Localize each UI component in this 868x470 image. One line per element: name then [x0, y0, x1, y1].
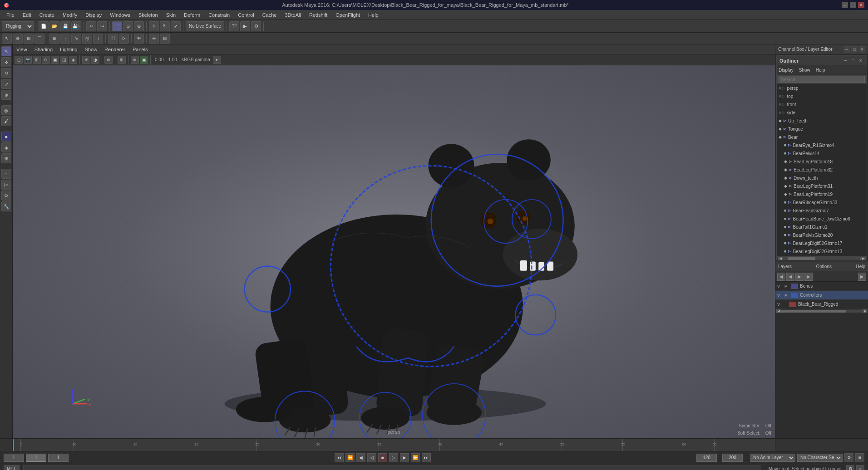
menu-edit[interactable]: Edit [19, 11, 35, 19]
snap-normal-btn[interactable]: ⊤ [93, 34, 103, 44]
outliner-item-bear-eye[interactable]: ■ ⊳ BearEye_R1Gizmo4 [777, 141, 867, 149]
outliner-search-input[interactable] [779, 76, 865, 83]
menu-cache[interactable]: Cache [259, 11, 281, 19]
cb-pin-btn[interactable]: ─ [843, 46, 850, 53]
input-ops-btn[interactable]: ⊳ [119, 34, 129, 44]
menu-display[interactable]: Display [82, 11, 105, 19]
vp-wire-shade-btn[interactable]: ◫ [60, 56, 68, 64]
menu-windows[interactable]: Windows [106, 11, 134, 19]
layers-menu-layers[interactable]: Layers [778, 264, 792, 269]
frame-all-btn[interactable]: ⊟ [160, 34, 170, 44]
outliner-btn[interactable]: ≡ [1, 169, 11, 179]
cb-float-btn[interactable]: □ [851, 46, 858, 53]
outliner-item-tongue[interactable]: ◆ ⊳ Tongue [777, 125, 867, 133]
outliner-item-digit32[interactable]: ■ ⊳ BearLegDigit32Gizmo13 [777, 247, 867, 255]
colorspace-dropdown-btn[interactable]: ▾ [213, 56, 221, 64]
outliner-item-persp[interactable]: ■ ▷ persp [777, 84, 867, 92]
layers-scroll-right[interactable]: ▶ [795, 273, 804, 281]
cb-close-btn[interactable]: ✕ [859, 46, 865, 53]
rotate-tool-left[interactable]: ↻ [1, 68, 11, 78]
outliner-item-side[interactable]: ■ ▷ side [777, 108, 867, 117]
outliner-close[interactable]: ✕ [858, 58, 864, 63]
rotate-tool-btn[interactable]: ↻ [160, 21, 170, 31]
save-scene-btn[interactable]: 💾 [60, 21, 70, 31]
move-tool-btn[interactable]: ✛ [149, 21, 159, 31]
outliner-menu-show[interactable]: Show [799, 68, 810, 73]
lasso-btn[interactable]: ⊙ [123, 21, 133, 31]
menu-modify[interactable]: Modify [59, 11, 81, 19]
menu-skin[interactable]: Skin [163, 11, 179, 19]
layers-menu-options[interactable]: Options [816, 264, 831, 269]
outliner-item-bear-pelvisgizmo[interactable]: ■ ⊳ BearPelvisGizmo20 [777, 231, 867, 239]
menu-3dtoall[interactable]: 3DtoAll [281, 11, 304, 19]
grid-btn[interactable]: ⊞ [49, 34, 59, 44]
hist-btn[interactable]: H [108, 34, 118, 44]
channel-box-btn[interactable]: |≡ [1, 180, 11, 190]
outliner-item-bear-leg-plat32[interactable]: ◆ ⊳ BearLegPlatform32 [777, 166, 867, 174]
maximize-button[interactable]: □ [850, 2, 856, 8]
outliner-item-bear-ribcage[interactable]: ■ ⊳ BearRibcageGizmo33 [777, 198, 867, 206]
tool-settings-btn[interactable]: 🔧 [1, 201, 11, 211]
redo-btn[interactable]: ↪ [97, 21, 107, 31]
vp-tex-btn[interactable]: ◈ [69, 56, 77, 64]
sel-region-btn[interactable]: ⊞ [24, 34, 34, 44]
menu-constrain[interactable]: Constrain [205, 11, 233, 19]
soft-mod-btn[interactable]: ◎ [1, 105, 11, 115]
paint-sel-btn[interactable]: ⊕ [134, 21, 144, 31]
move-tool-left[interactable]: ✛ [1, 57, 11, 67]
layers-scroll-left[interactable]: ◀ [786, 273, 794, 281]
menu-deform[interactable]: Deform [180, 11, 204, 19]
vp-grid-toggle[interactable]: ⊞ [118, 56, 126, 64]
menu-help[interactable]: Help [365, 11, 382, 19]
vp-snap-btn[interactable]: ⊕ [104, 56, 113, 64]
status-btn-1[interactable]: ⚙ [846, 465, 854, 470]
char-set-dropdown[interactable]: No Character Set [797, 454, 843, 462]
uv-editor[interactable]: ⊞ [1, 153, 11, 163]
vp-wire-btn[interactable]: ⊞ [33, 56, 41, 64]
outliner-item-bear-leg-plat18[interactable]: ◆ ⊳ BearLegPlatform18 [777, 157, 867, 166]
outliner-item-bear-headbone[interactable]: ■ ⊳ BearHeadBone_JawGizmo6 [777, 215, 867, 223]
vp-renderer-select[interactable]: ▣ [140, 56, 148, 64]
anim-layer-dropdown[interactable]: No Anim Layer [750, 454, 795, 462]
sel-lasso2-btn[interactable]: ⌒ [35, 34, 44, 44]
vp-shadow-btn[interactable]: ◑ [91, 56, 99, 64]
vp-menu-renderer[interactable]: Renderer [104, 47, 125, 52]
command-line-input[interactable] [23, 465, 761, 470]
menu-control[interactable]: Control [234, 11, 257, 19]
outliner-item-bear-pelvis[interactable]: ■ ⊳ BearPelvis14 [777, 149, 867, 157]
outliner-item-bear-leg-plat19[interactable]: ◆ ⊳ BearLegPlatform19 [777, 190, 867, 198]
layer-row-bear-rigged[interactable]: V Black_Bear_Rigged [775, 300, 868, 309]
range-frame-input[interactable] [48, 454, 69, 462]
menu-create[interactable]: Create [36, 11, 58, 19]
timeline-ruler[interactable]: 5 10 15 20 25 30 35 40 45 50 55 [13, 439, 775, 451]
layers-scroll-up[interactable]: ◀ [777, 273, 785, 281]
play-back-btn[interactable]: ◁ [367, 453, 376, 462]
outliner-minimize[interactable]: ─ [843, 58, 848, 63]
outliner-scroll-left[interactable]: ◀ [778, 257, 783, 260]
step-back-btn[interactable]: ⏪ [345, 453, 355, 462]
outliner-item-down-teeth[interactable]: ◆ ⊳ Down_teeth [777, 174, 867, 182]
outliner-maximize[interactable]: □ [850, 58, 856, 63]
layers-hscroll-right[interactable]: ▶ [863, 309, 867, 313]
outliner-item-bear-headgizmo[interactable]: ■ ⊳ BearHeadGizmo7 [777, 206, 867, 215]
outliner-scroll-right[interactable]: ▶ [860, 257, 866, 260]
layers-scroll-down[interactable]: ▶ [804, 273, 813, 281]
vp-camera-btn[interactable]: 📷 [24, 56, 32, 64]
outliner-menu-display[interactable]: Display [779, 68, 794, 73]
scale-tool-left[interactable]: ⤢ [1, 79, 11, 89]
vp-shade-btn[interactable]: ▣ [51, 56, 59, 64]
current-frame-input[interactable] [26, 454, 46, 462]
minimize-button[interactable]: ─ [842, 2, 848, 8]
status-btn-2[interactable]: ≡ [856, 465, 864, 470]
sel-arrow-btn[interactable]: ↖ [2, 34, 12, 44]
universal-manip[interactable]: ⊕ [1, 90, 11, 100]
viewport-canvas[interactable]: y x z persp Symmetry: Off Soft Select: O… [13, 65, 775, 438]
outliner-scroll-track[interactable] [783, 257, 860, 260]
snap-curve-btn[interactable]: ∿ [71, 34, 81, 44]
select-tool-left[interactable]: ↖ [1, 46, 11, 56]
render-settings-btn[interactable]: ⚙ [251, 21, 261, 31]
play-fwd-btn[interactable]: ▷ [389, 453, 398, 462]
step-prev-btn[interactable]: ◀ [356, 453, 365, 462]
vp-menu-lighting[interactable]: Lighting [60, 47, 78, 52]
new-scene-btn[interactable]: 📄 [39, 21, 49, 31]
